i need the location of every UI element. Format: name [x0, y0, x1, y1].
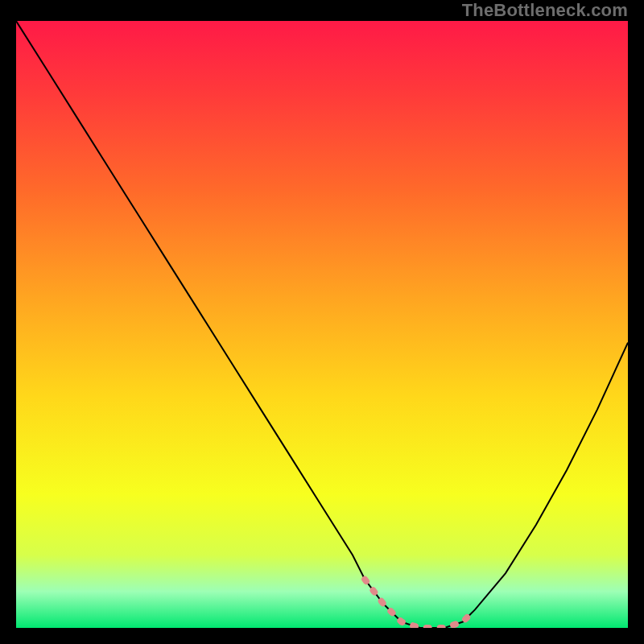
gradient-background [16, 21, 628, 628]
chart-container: TheBottleneck.com [0, 0, 644, 644]
plot-area [16, 21, 628, 628]
chart-svg [16, 21, 628, 628]
watermark-text: TheBottleneck.com [462, 2, 628, 19]
